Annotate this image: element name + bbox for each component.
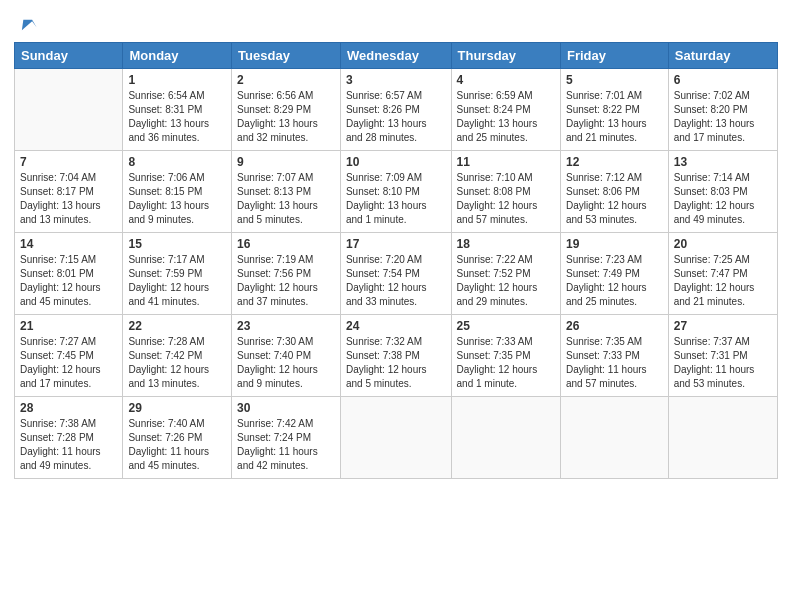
calendar-cell: 10Sunrise: 7:09 AMSunset: 8:10 PMDayligh… bbox=[340, 151, 451, 233]
day-info: Sunrise: 7:38 AMSunset: 7:28 PMDaylight:… bbox=[20, 417, 117, 473]
calendar-cell: 21Sunrise: 7:27 AMSunset: 7:45 PMDayligh… bbox=[15, 315, 123, 397]
day-info: Sunrise: 7:40 AMSunset: 7:26 PMDaylight:… bbox=[128, 417, 226, 473]
calendar-cell: 25Sunrise: 7:33 AMSunset: 7:35 PMDayligh… bbox=[451, 315, 560, 397]
calendar-cell bbox=[451, 397, 560, 479]
calendar-cell: 22Sunrise: 7:28 AMSunset: 7:42 PMDayligh… bbox=[123, 315, 232, 397]
day-info: Sunrise: 7:23 AMSunset: 7:49 PMDaylight:… bbox=[566, 253, 663, 309]
day-info: Sunrise: 6:54 AMSunset: 8:31 PMDaylight:… bbox=[128, 89, 226, 145]
week-row-5: 28Sunrise: 7:38 AMSunset: 7:28 PMDayligh… bbox=[15, 397, 778, 479]
svg-marker-0 bbox=[22, 20, 37, 30]
day-number: 24 bbox=[346, 319, 446, 333]
weekday-header-sunday: Sunday bbox=[15, 43, 123, 69]
calendar-cell: 16Sunrise: 7:19 AMSunset: 7:56 PMDayligh… bbox=[232, 233, 341, 315]
calendar-cell bbox=[340, 397, 451, 479]
day-info: Sunrise: 7:14 AMSunset: 8:03 PMDaylight:… bbox=[674, 171, 772, 227]
week-row-4: 21Sunrise: 7:27 AMSunset: 7:45 PMDayligh… bbox=[15, 315, 778, 397]
day-info: Sunrise: 7:32 AMSunset: 7:38 PMDaylight:… bbox=[346, 335, 446, 391]
weekday-header-saturday: Saturday bbox=[668, 43, 777, 69]
weekday-header-tuesday: Tuesday bbox=[232, 43, 341, 69]
calendar-cell bbox=[560, 397, 668, 479]
day-number: 7 bbox=[20, 155, 117, 169]
calendar-cell: 8Sunrise: 7:06 AMSunset: 8:15 PMDaylight… bbox=[123, 151, 232, 233]
header bbox=[14, 10, 778, 36]
day-number: 9 bbox=[237, 155, 335, 169]
weekday-header-monday: Monday bbox=[123, 43, 232, 69]
day-number: 29 bbox=[128, 401, 226, 415]
calendar-cell: 26Sunrise: 7:35 AMSunset: 7:33 PMDayligh… bbox=[560, 315, 668, 397]
day-info: Sunrise: 7:30 AMSunset: 7:40 PMDaylight:… bbox=[237, 335, 335, 391]
day-info: Sunrise: 7:33 AMSunset: 7:35 PMDaylight:… bbox=[457, 335, 555, 391]
day-number: 5 bbox=[566, 73, 663, 87]
day-number: 30 bbox=[237, 401, 335, 415]
day-info: Sunrise: 7:06 AMSunset: 8:15 PMDaylight:… bbox=[128, 171, 226, 227]
day-info: Sunrise: 7:20 AMSunset: 7:54 PMDaylight:… bbox=[346, 253, 446, 309]
calendar-cell: 7Sunrise: 7:04 AMSunset: 8:17 PMDaylight… bbox=[15, 151, 123, 233]
day-number: 20 bbox=[674, 237, 772, 251]
calendar-cell: 20Sunrise: 7:25 AMSunset: 7:47 PMDayligh… bbox=[668, 233, 777, 315]
calendar-cell: 5Sunrise: 7:01 AMSunset: 8:22 PMDaylight… bbox=[560, 69, 668, 151]
day-info: Sunrise: 7:09 AMSunset: 8:10 PMDaylight:… bbox=[346, 171, 446, 227]
day-number: 6 bbox=[674, 73, 772, 87]
day-number: 3 bbox=[346, 73, 446, 87]
calendar-cell: 17Sunrise: 7:20 AMSunset: 7:54 PMDayligh… bbox=[340, 233, 451, 315]
day-info: Sunrise: 7:28 AMSunset: 7:42 PMDaylight:… bbox=[128, 335, 226, 391]
calendar-cell: 18Sunrise: 7:22 AMSunset: 7:52 PMDayligh… bbox=[451, 233, 560, 315]
day-number: 13 bbox=[674, 155, 772, 169]
day-number: 16 bbox=[237, 237, 335, 251]
calendar-cell: 9Sunrise: 7:07 AMSunset: 8:13 PMDaylight… bbox=[232, 151, 341, 233]
day-number: 21 bbox=[20, 319, 117, 333]
day-info: Sunrise: 7:10 AMSunset: 8:08 PMDaylight:… bbox=[457, 171, 555, 227]
day-info: Sunrise: 7:42 AMSunset: 7:24 PMDaylight:… bbox=[237, 417, 335, 473]
day-number: 27 bbox=[674, 319, 772, 333]
day-number: 28 bbox=[20, 401, 117, 415]
calendar-cell: 2Sunrise: 6:56 AMSunset: 8:29 PMDaylight… bbox=[232, 69, 341, 151]
calendar-cell: 27Sunrise: 7:37 AMSunset: 7:31 PMDayligh… bbox=[668, 315, 777, 397]
day-number: 8 bbox=[128, 155, 226, 169]
weekday-header-friday: Friday bbox=[560, 43, 668, 69]
day-info: Sunrise: 7:17 AMSunset: 7:59 PMDaylight:… bbox=[128, 253, 226, 309]
weekday-header-thursday: Thursday bbox=[451, 43, 560, 69]
logo bbox=[14, 14, 38, 36]
day-number: 18 bbox=[457, 237, 555, 251]
calendar-cell: 23Sunrise: 7:30 AMSunset: 7:40 PMDayligh… bbox=[232, 315, 341, 397]
calendar-table: SundayMondayTuesdayWednesdayThursdayFrid… bbox=[14, 42, 778, 479]
day-info: Sunrise: 7:35 AMSunset: 7:33 PMDaylight:… bbox=[566, 335, 663, 391]
calendar-cell: 14Sunrise: 7:15 AMSunset: 8:01 PMDayligh… bbox=[15, 233, 123, 315]
calendar-cell: 28Sunrise: 7:38 AMSunset: 7:28 PMDayligh… bbox=[15, 397, 123, 479]
week-row-2: 7Sunrise: 7:04 AMSunset: 8:17 PMDaylight… bbox=[15, 151, 778, 233]
day-number: 1 bbox=[128, 73, 226, 87]
day-number: 2 bbox=[237, 73, 335, 87]
logo-icon bbox=[16, 14, 38, 36]
calendar-cell: 19Sunrise: 7:23 AMSunset: 7:49 PMDayligh… bbox=[560, 233, 668, 315]
day-number: 26 bbox=[566, 319, 663, 333]
day-info: Sunrise: 7:01 AMSunset: 8:22 PMDaylight:… bbox=[566, 89, 663, 145]
day-info: Sunrise: 7:25 AMSunset: 7:47 PMDaylight:… bbox=[674, 253, 772, 309]
week-row-3: 14Sunrise: 7:15 AMSunset: 8:01 PMDayligh… bbox=[15, 233, 778, 315]
day-number: 22 bbox=[128, 319, 226, 333]
day-number: 17 bbox=[346, 237, 446, 251]
day-number: 11 bbox=[457, 155, 555, 169]
day-number: 15 bbox=[128, 237, 226, 251]
calendar-cell: 3Sunrise: 6:57 AMSunset: 8:26 PMDaylight… bbox=[340, 69, 451, 151]
calendar-cell: 15Sunrise: 7:17 AMSunset: 7:59 PMDayligh… bbox=[123, 233, 232, 315]
day-info: Sunrise: 7:07 AMSunset: 8:13 PMDaylight:… bbox=[237, 171, 335, 227]
day-info: Sunrise: 7:27 AMSunset: 7:45 PMDaylight:… bbox=[20, 335, 117, 391]
calendar-cell: 11Sunrise: 7:10 AMSunset: 8:08 PMDayligh… bbox=[451, 151, 560, 233]
day-info: Sunrise: 6:59 AMSunset: 8:24 PMDaylight:… bbox=[457, 89, 555, 145]
weekday-header-row: SundayMondayTuesdayWednesdayThursdayFrid… bbox=[15, 43, 778, 69]
calendar-cell: 29Sunrise: 7:40 AMSunset: 7:26 PMDayligh… bbox=[123, 397, 232, 479]
day-number: 25 bbox=[457, 319, 555, 333]
calendar-cell: 1Sunrise: 6:54 AMSunset: 8:31 PMDaylight… bbox=[123, 69, 232, 151]
calendar-cell: 24Sunrise: 7:32 AMSunset: 7:38 PMDayligh… bbox=[340, 315, 451, 397]
day-number: 10 bbox=[346, 155, 446, 169]
day-info: Sunrise: 7:15 AMSunset: 8:01 PMDaylight:… bbox=[20, 253, 117, 309]
day-info: Sunrise: 7:02 AMSunset: 8:20 PMDaylight:… bbox=[674, 89, 772, 145]
day-number: 23 bbox=[237, 319, 335, 333]
day-number: 12 bbox=[566, 155, 663, 169]
day-info: Sunrise: 7:37 AMSunset: 7:31 PMDaylight:… bbox=[674, 335, 772, 391]
day-info: Sunrise: 6:56 AMSunset: 8:29 PMDaylight:… bbox=[237, 89, 335, 145]
main-container: SundayMondayTuesdayWednesdayThursdayFrid… bbox=[0, 0, 792, 489]
calendar-cell bbox=[15, 69, 123, 151]
day-info: Sunrise: 7:19 AMSunset: 7:56 PMDaylight:… bbox=[237, 253, 335, 309]
calendar-cell bbox=[668, 397, 777, 479]
